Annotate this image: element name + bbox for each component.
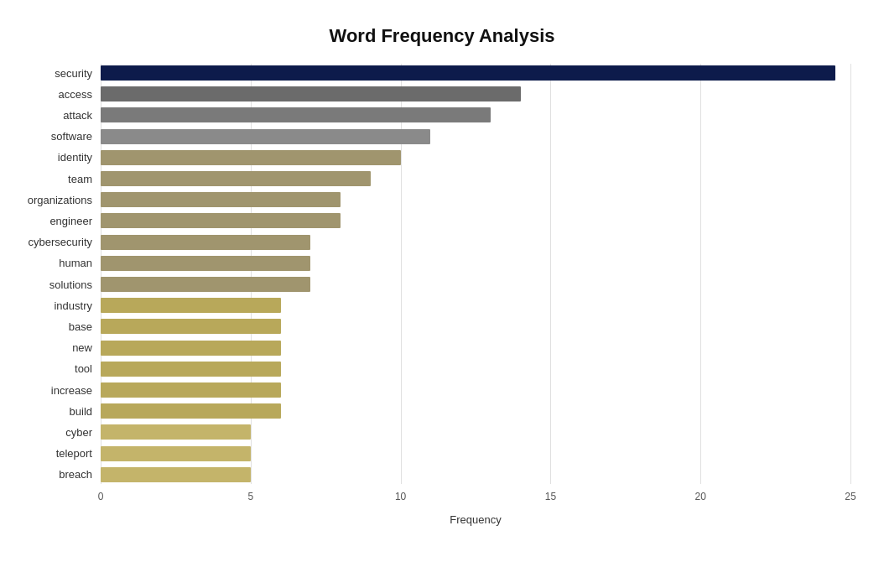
bar-label: new bbox=[8, 341, 101, 354]
bar-row: new bbox=[101, 339, 850, 357]
bar-track bbox=[101, 277, 850, 292]
bar-label: human bbox=[8, 257, 101, 269]
x-tick: 10 bbox=[395, 491, 406, 502]
bar-track bbox=[101, 298, 850, 313]
bar-fill bbox=[101, 150, 401, 165]
x-tick: 5 bbox=[247, 491, 253, 502]
bar-row: attack bbox=[101, 106, 850, 124]
bar-fill bbox=[101, 213, 341, 228]
bar-label: industry bbox=[8, 299, 101, 312]
bar-row: identity bbox=[101, 148, 850, 167]
bar-row: breach bbox=[101, 466, 850, 484]
bar-label: base bbox=[8, 320, 101, 333]
x-tick: 15 bbox=[545, 491, 556, 502]
chart-area: securityaccessattacksoftwareidentityteam… bbox=[101, 64, 850, 526]
bar-fill bbox=[101, 298, 281, 313]
bar-label: software bbox=[8, 130, 101, 143]
bar-label: identity bbox=[8, 151, 101, 164]
x-tick: 20 bbox=[695, 491, 706, 502]
bar-row: base bbox=[101, 317, 850, 336]
bar-label: increase bbox=[8, 384, 101, 397]
x-tick: 0 bbox=[98, 491, 104, 502]
bar-track bbox=[101, 150, 850, 165]
chart-title: Word Frequency Analysis bbox=[34, 25, 850, 47]
bars-wrapper: securityaccessattacksoftwareidentityteam… bbox=[101, 64, 850, 484]
bar-track bbox=[101, 86, 850, 101]
bar-label: build bbox=[8, 405, 101, 418]
bar-row: organizations bbox=[101, 190, 850, 209]
bar-track bbox=[101, 65, 850, 81]
bar-fill bbox=[101, 171, 371, 186]
bar-fill bbox=[101, 192, 341, 207]
bar-label: cyber bbox=[8, 426, 101, 439]
bar-track bbox=[101, 192, 850, 207]
bar-track bbox=[101, 319, 850, 334]
bar-track bbox=[101, 382, 850, 398]
bar-track bbox=[101, 171, 850, 186]
bar-row: solutions bbox=[101, 275, 850, 294]
bar-fill bbox=[101, 403, 281, 419]
bar-row: cyber bbox=[101, 423, 850, 441]
bar-fill bbox=[101, 129, 430, 144]
bar-row: security bbox=[101, 64, 850, 82]
bar-track bbox=[101, 424, 850, 440]
bar-label: attack bbox=[8, 109, 101, 122]
bar-label: tool bbox=[8, 362, 101, 375]
bar-fill bbox=[101, 341, 281, 356]
bar-fill bbox=[101, 86, 521, 101]
x-tick: 25 bbox=[845, 491, 855, 502]
bar-fill bbox=[101, 277, 310, 292]
x-axis-label: Frequency bbox=[450, 513, 501, 526]
x-axis: 0510152025Frequency bbox=[101, 484, 850, 526]
bar-row: cybersecurity bbox=[101, 233, 850, 252]
bar-fill bbox=[101, 362, 281, 377]
bar-track bbox=[101, 403, 850, 419]
bar-label: teleport bbox=[8, 447, 101, 460]
bar-track bbox=[101, 129, 850, 144]
bar-row: engineer bbox=[101, 211, 850, 230]
bar-label: breach bbox=[8, 468, 101, 481]
bar-fill bbox=[101, 467, 251, 482]
bar-fill bbox=[101, 107, 491, 122]
bar-track bbox=[101, 467, 850, 482]
bar-row: teleport bbox=[101, 445, 850, 463]
bar-label: organizations bbox=[8, 194, 101, 206]
bar-label: security bbox=[8, 67, 101, 80]
bar-label: cybersecurity bbox=[8, 236, 101, 248]
bar-track bbox=[101, 107, 850, 122]
bar-row: software bbox=[101, 127, 850, 146]
bar-label: access bbox=[8, 88, 101, 101]
bar-row: tool bbox=[101, 360, 850, 378]
bar-row: human bbox=[101, 254, 850, 273]
bar-fill bbox=[101, 424, 251, 440]
bar-fill bbox=[101, 235, 310, 250]
bar-label: engineer bbox=[8, 215, 101, 227]
bar-track bbox=[101, 256, 850, 271]
bar-track bbox=[101, 341, 850, 356]
bar-fill bbox=[101, 256, 310, 271]
bar-track bbox=[101, 235, 850, 250]
bar-fill bbox=[101, 65, 835, 81]
bar-fill bbox=[101, 446, 251, 461]
bar-fill bbox=[101, 319, 281, 334]
bar-label: solutions bbox=[8, 278, 101, 291]
bar-row: increase bbox=[101, 381, 850, 399]
bar-track bbox=[101, 446, 850, 461]
bar-track bbox=[101, 213, 850, 228]
bar-row: build bbox=[101, 402, 850, 420]
bar-fill bbox=[101, 382, 281, 398]
bar-label: team bbox=[8, 173, 101, 185]
chart-container: Word Frequency Analysis securityaccessat… bbox=[0, 0, 884, 588]
bar-row: access bbox=[101, 85, 850, 103]
bar-track bbox=[101, 362, 850, 377]
grid-line bbox=[850, 64, 851, 484]
bar-row: team bbox=[101, 169, 850, 188]
bar-row: industry bbox=[101, 296, 850, 315]
